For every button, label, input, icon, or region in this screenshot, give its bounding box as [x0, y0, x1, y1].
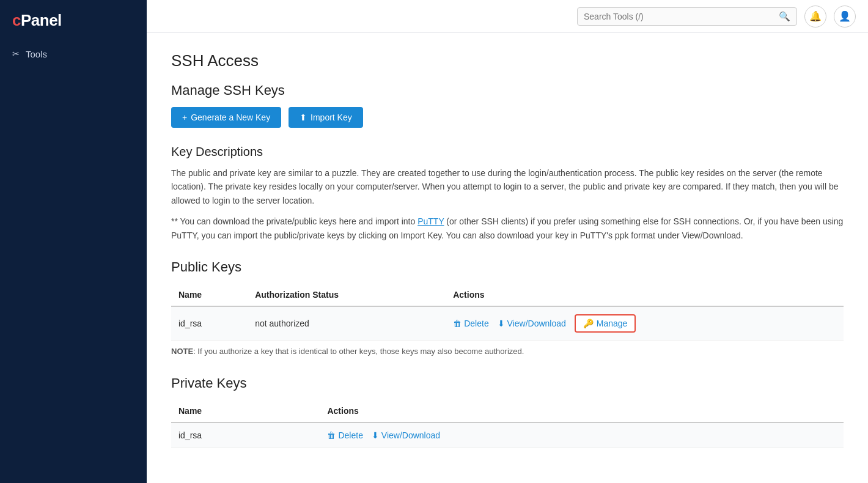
delete-private-key-button[interactable]: 🗑 Delete	[327, 430, 362, 440]
bell-icon: 🔔	[809, 10, 822, 22]
trash-icon: 🗑	[327, 430, 336, 440]
col-name: Name	[171, 400, 320, 422]
public-key-name: id_rsa	[171, 306, 248, 341]
key-descriptions-paragraph1: The public and private key are similar t…	[171, 166, 844, 207]
import-key-button[interactable]: ⬆ Import Key	[289, 107, 363, 128]
notifications-button[interactable]: 🔔	[804, 6, 826, 28]
public-keys-header-row: Name Authorization Status Actions	[171, 284, 844, 306]
import-icon: ⬆	[300, 112, 307, 122]
public-keys-heading: Public Keys	[171, 259, 844, 275]
public-keys-note: NOTE: If you authorize a key that is ide…	[171, 347, 844, 356]
manage-ssh-keys-heading: Manage SSH Keys	[171, 83, 844, 98]
col-name: Name	[171, 284, 248, 306]
tool-icon	[12, 48, 20, 59]
search-icon: 🔍	[779, 11, 790, 21]
public-key-auth-status: not authorized	[248, 306, 446, 341]
sidebar-item-tools[interactable]: Tools	[0, 41, 147, 67]
key-icon: 🔑	[583, 319, 594, 328]
private-key-actions: 🗑 Delete ⬇ View/Download	[320, 422, 844, 448]
public-key-actions: 🗑 Delete ⬇ View/Download 🔑 Manage	[446, 306, 844, 341]
logo: cPanel	[0, 0, 147, 41]
view-download-private-key-button[interactable]: ⬇ View/Download	[372, 430, 440, 440]
public-keys-section: Public Keys Name Authorization Status Ac…	[171, 259, 844, 356]
search-bar[interactable]: 🔍	[577, 7, 797, 26]
table-row: id_rsa 🗑 Delete ⬇ View/Download	[171, 422, 844, 448]
col-actions: Actions	[446, 284, 844, 306]
sidebar: cPanel Tools	[0, 0, 147, 483]
download-icon: ⬇	[498, 319, 505, 328]
ssh-key-actions: + Generate a New Key ⬆ Import Key	[171, 107, 844, 128]
private-keys-header-row: Name Actions	[171, 400, 844, 422]
table-row: id_rsa not authorized 🗑 Delete ⬇ View/Do…	[171, 306, 844, 341]
page-content: SSH Access Manage SSH Keys + Generate a …	[147, 33, 868, 483]
public-keys-table: Name Authorization Status Actions id_rsa…	[171, 284, 844, 341]
putty-link[interactable]: PuTTY	[417, 216, 444, 226]
private-keys-section: Private Keys Name Actions id_rsa 🗑 D	[171, 375, 844, 448]
key-descriptions-heading: Key Descriptions	[171, 145, 844, 159]
col-actions: Actions	[320, 400, 844, 422]
private-keys-heading: Private Keys	[171, 375, 844, 391]
col-auth-status: Authorization Status	[248, 284, 446, 306]
key-descriptions-section: Key Descriptions The public and private …	[171, 145, 844, 242]
trash-icon: 🗑	[453, 319, 462, 328]
logo-text: cPanel	[12, 11, 62, 30]
download-icon: ⬇	[372, 430, 379, 440]
private-keys-table: Name Actions id_rsa 🗑 Delete	[171, 400, 844, 448]
search-submit-button[interactable]: 🔍	[779, 11, 790, 22]
generate-new-key-button[interactable]: + Generate a New Key	[171, 107, 281, 128]
page-title: SSH Access	[171, 51, 844, 70]
search-input[interactable]	[584, 12, 779, 21]
sidebar-item-tools-label: Tools	[26, 49, 47, 59]
main-content: 🔍 🔔 👤 SSH Access Manage SSH Keys + Gener…	[147, 0, 868, 483]
user-profile-button[interactable]: 👤	[834, 6, 856, 28]
view-download-public-key-button[interactable]: ⬇ View/Download	[498, 319, 566, 328]
delete-public-key-button[interactable]: 🗑 Delete	[453, 319, 488, 328]
key-descriptions-paragraph2: ** You can download the private/public k…	[171, 215, 844, 242]
manage-public-key-button[interactable]: 🔑 Manage	[575, 314, 636, 333]
plus-icon: +	[182, 112, 187, 122]
private-key-name: id_rsa	[171, 422, 320, 448]
user-icon: 👤	[839, 10, 851, 22]
header: 🔍 🔔 👤	[147, 0, 868, 33]
